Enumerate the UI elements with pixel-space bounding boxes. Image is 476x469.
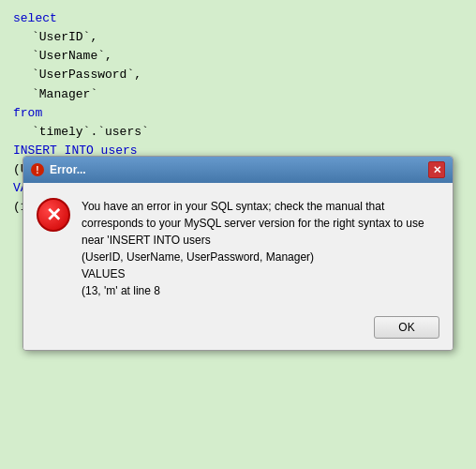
error-circle-icon: ✕ xyxy=(37,198,70,232)
error-main-message: You have an error in your SQL syntax; ch… xyxy=(82,200,424,247)
error-detail-3: (13, 'm' at line 8 xyxy=(82,284,160,297)
dialog-title-text: Error... xyxy=(50,163,86,176)
error-dialog: ! Error... ✕ ✕ You have an error in your… xyxy=(22,156,454,351)
dialog-titlebar: ! Error... ✕ xyxy=(23,157,453,183)
dialog-close-button[interactable]: ✕ xyxy=(428,161,445,178)
dialog-body: ✕ You have an error in your SQL syntax; … xyxy=(23,183,453,310)
dialog-title-left: ! Error... xyxy=(31,163,86,176)
ok-button[interactable]: OK xyxy=(374,316,439,339)
title-error-icon: ! xyxy=(31,163,44,176)
dialog-message-text: You have an error in your SQL syntax; ch… xyxy=(82,198,439,299)
error-detail-2: VALUES xyxy=(82,267,125,280)
error-detail-1: (UserID, UserName, UserPassword, Manager… xyxy=(82,250,314,264)
dialog-footer: OK xyxy=(23,310,453,350)
dialog-overlay: ! Error... ✕ ✕ You have an error in your… xyxy=(0,0,476,469)
